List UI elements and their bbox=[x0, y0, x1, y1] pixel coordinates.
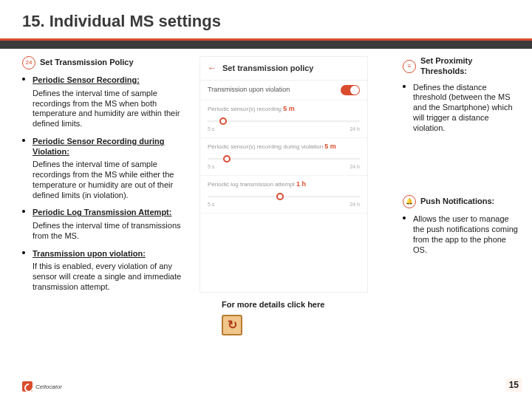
list-item: Periodic Sensor Recording: Defines the i… bbox=[22, 75, 185, 129]
list-item: Periodic Log Transmission Attempt: Defin… bbox=[22, 208, 185, 241]
proximity-label: Set Proximity Thresholds: bbox=[420, 56, 521, 77]
slider-knob-icon[interactable] bbox=[223, 155, 231, 163]
slider-range-labels: 5 s24 h bbox=[200, 164, 367, 175]
proximity-header: ≡ Set Proximity Thresholds: bbox=[403, 56, 521, 77]
bullet-icon bbox=[22, 251, 25, 254]
more-details-link[interactable]: For more details click here ↻ bbox=[222, 300, 324, 335]
header-bar bbox=[0, 38, 532, 49]
list-item: Defines the distance threshold (between … bbox=[403, 83, 521, 134]
item-body: Defines the interval time of transmissio… bbox=[33, 221, 185, 242]
page-number: 15 bbox=[506, 378, 522, 392]
slider-range-labels: 5 s24 h bbox=[200, 202, 367, 213]
slider[interactable] bbox=[208, 193, 360, 200]
slider-section-label: Periodic sensor(s) recording during viol… bbox=[200, 138, 367, 152]
slider[interactable] bbox=[208, 117, 360, 125]
back-arrow-icon[interactable]: ← bbox=[208, 63, 216, 74]
more-details-text: For more details click here bbox=[222, 300, 324, 309]
item-heading: Periodic Sensor Recording: bbox=[33, 75, 185, 86]
sliders-icon: ≡ bbox=[403, 60, 416, 73]
item-body: If this is enabled, every violation of a… bbox=[33, 262, 185, 292]
item-body: Defines the distance threshold (between … bbox=[413, 83, 521, 134]
slider-knob-icon[interactable] bbox=[219, 117, 227, 125]
violation-toggle[interactable] bbox=[341, 85, 360, 95]
item-heading: Periodic Sensor Recording during Violati… bbox=[33, 137, 185, 157]
slider-section-label: Periodic log transmission attempt 1 h bbox=[200, 176, 367, 190]
toggle-label: Transmission upon violation bbox=[208, 86, 290, 94]
bullet-icon bbox=[403, 216, 406, 219]
list-item: Periodic Sensor Recording during Violati… bbox=[22, 137, 185, 201]
slider-value: 5 m bbox=[283, 105, 295, 112]
item-body: Defines the interval time of sample reco… bbox=[33, 160, 185, 200]
transmission-policy-label: Set Transmission Policy bbox=[40, 58, 134, 68]
list-item: Allows the user to manage the push notif… bbox=[403, 214, 521, 255]
list-item: Transmission upon violation: If this is … bbox=[22, 249, 185, 293]
clock-24-icon: 24 bbox=[22, 56, 35, 69]
slider-knob-icon[interactable] bbox=[276, 193, 284, 200]
bullet-icon bbox=[22, 210, 25, 213]
slider-range-labels: 5 s24 h bbox=[200, 126, 367, 137]
item-body: Allows the user to manage the push notif… bbox=[413, 214, 521, 255]
push-notif-label: Push Notifications: bbox=[420, 197, 494, 207]
slider-value: 5 m bbox=[324, 143, 336, 150]
slider-section-label: Periodic sensor(s) recording 5 m bbox=[200, 100, 367, 115]
phone-screen-title: Set transmission policy bbox=[222, 64, 313, 74]
transmission-policy-header: 24 Set Transmission Policy bbox=[22, 56, 185, 69]
reload-icon[interactable]: ↻ bbox=[222, 315, 242, 335]
page-title: 15. Individual MS settings bbox=[22, 12, 510, 31]
brand-name: Cellocator bbox=[35, 383, 62, 390]
item-heading: Transmission upon violation: bbox=[33, 249, 185, 259]
item-heading: Periodic Log Transmission Attempt: bbox=[33, 208, 185, 218]
bullet-icon bbox=[22, 139, 25, 142]
bullet-icon bbox=[22, 78, 25, 81]
bell-icon: 🔔 bbox=[403, 195, 416, 208]
brand-footer: Cellocator bbox=[22, 381, 62, 392]
bullet-icon bbox=[403, 85, 406, 88]
brand-logo-icon bbox=[22, 381, 33, 392]
item-body: Defines the interval time of sample reco… bbox=[33, 89, 185, 129]
push-notif-header: 🔔 Push Notifications: bbox=[403, 195, 521, 208]
phone-screenshot: ← Set transmission policy Transmission u… bbox=[200, 56, 368, 293]
slider-value: 1 h bbox=[296, 180, 306, 188]
slider[interactable] bbox=[208, 155, 360, 163]
